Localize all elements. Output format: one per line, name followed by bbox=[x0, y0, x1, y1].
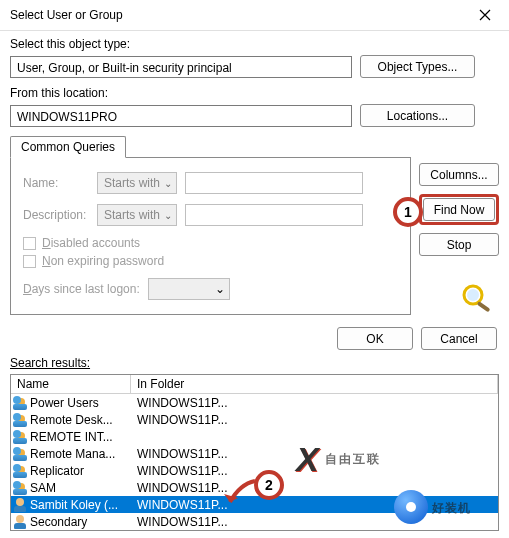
name-label: Name: bbox=[23, 176, 89, 190]
result-name: SAM bbox=[30, 481, 56, 495]
column-name[interactable]: Name bbox=[11, 375, 131, 393]
from-location-section: From this location: WINDOWS11PRO Locatio… bbox=[0, 80, 509, 129]
result-folder-cell: WINDOWS11P... bbox=[131, 481, 498, 495]
object-type-label: Select this object type: bbox=[10, 37, 499, 51]
svg-rect-1 bbox=[477, 301, 491, 312]
result-row[interactable]: ReplicatorWINDOWS11P... bbox=[11, 462, 498, 479]
chevron-down-icon: ⌄ bbox=[215, 282, 225, 296]
svg-point-2 bbox=[467, 289, 479, 301]
result-folder-cell: WINDOWS11P... bbox=[131, 413, 498, 427]
window-title: Select User or Group bbox=[10, 8, 123, 22]
result-row[interactable]: Power UsersWINDOWS11P... bbox=[11, 394, 498, 411]
result-name-cell: Power Users bbox=[11, 396, 131, 410]
result-row[interactable]: Sambit Koley (...WINDOWS11P... bbox=[11, 496, 498, 513]
search-decoration-icon bbox=[459, 283, 497, 313]
disabled-accounts-label: Disabled accounts bbox=[42, 236, 140, 250]
result-folder-cell: WINDOWS11P... bbox=[131, 498, 498, 512]
days-since-combo[interactable]: ⌄ bbox=[148, 278, 230, 300]
non-expiring-checkbox[interactable] bbox=[23, 255, 36, 268]
result-name-cell: Remote Desk... bbox=[11, 413, 131, 427]
chevron-down-icon: ⌄ bbox=[164, 178, 172, 189]
result-name: Remote Mana... bbox=[30, 447, 115, 461]
stop-button[interactable]: Stop bbox=[419, 233, 499, 256]
name-mode-value: Starts with bbox=[104, 176, 160, 190]
results-table: Name In Folder Power UsersWINDOWS11P...R… bbox=[10, 374, 499, 531]
result-name: Remote Desk... bbox=[30, 413, 113, 427]
group-icon bbox=[13, 464, 27, 478]
annotation-2: 2 bbox=[254, 470, 284, 500]
result-name: Power Users bbox=[30, 396, 99, 410]
result-row[interactable]: Remote Desk...WINDOWS11P... bbox=[11, 411, 498, 428]
non-expiring-label: Non expiring password bbox=[42, 254, 164, 268]
column-folder[interactable]: In Folder bbox=[131, 375, 498, 393]
group-icon bbox=[13, 430, 27, 444]
group-icon bbox=[13, 447, 27, 461]
find-now-button[interactable]: Find Now bbox=[423, 198, 495, 221]
result-folder-cell: WINDOWS11P... bbox=[131, 464, 498, 478]
description-mode-value: Starts with bbox=[104, 208, 160, 222]
annotation-1: 1 bbox=[393, 197, 423, 227]
result-name: REMOTE INT... bbox=[30, 430, 113, 444]
result-name-cell: REMOTE INT... bbox=[11, 430, 131, 444]
from-location-label: From this location: bbox=[10, 86, 499, 100]
user-icon bbox=[13, 515, 27, 529]
object-type-section: Select this object type: User, Group, or… bbox=[0, 31, 509, 80]
name-mode-combo[interactable]: Starts with ⌄ bbox=[97, 172, 177, 194]
chevron-down-icon: ⌄ bbox=[164, 210, 172, 221]
group-icon bbox=[13, 481, 27, 495]
result-folder-cell: WINDOWS11P... bbox=[131, 515, 498, 529]
close-button[interactable] bbox=[465, 2, 505, 28]
result-folder-cell: WINDOWS11P... bbox=[131, 447, 498, 461]
columns-button[interactable]: Columns... bbox=[419, 163, 499, 186]
result-name-cell: Secondary bbox=[11, 515, 131, 529]
disabled-accounts-checkbox[interactable] bbox=[23, 237, 36, 250]
result-row[interactable]: REMOTE INT... bbox=[11, 428, 498, 445]
group-icon bbox=[13, 396, 27, 410]
tab-strip: Common Queries bbox=[10, 135, 509, 157]
result-name: Sambit Koley (... bbox=[30, 498, 118, 512]
result-row[interactable]: SecondaryWINDOWS11P... bbox=[11, 513, 498, 530]
result-name-cell: Sambit Koley (... bbox=[11, 498, 131, 512]
description-mode-combo[interactable]: Starts with ⌄ bbox=[97, 204, 177, 226]
result-row[interactable]: Remote Mana...WINDOWS11P... bbox=[11, 445, 498, 462]
search-results-label: Search results: bbox=[0, 356, 509, 372]
close-icon bbox=[479, 9, 491, 21]
result-folder-cell: WINDOWS11P... bbox=[131, 396, 498, 410]
ok-button[interactable]: OK bbox=[337, 327, 413, 350]
titlebar: Select User or Group bbox=[0, 0, 509, 30]
locations-button[interactable]: Locations... bbox=[360, 104, 475, 127]
result-name: Secondary bbox=[30, 515, 87, 529]
result-name-cell: Remote Mana... bbox=[11, 447, 131, 461]
results-header: Name In Folder bbox=[11, 375, 498, 394]
cancel-button[interactable]: Cancel bbox=[421, 327, 497, 350]
common-queries-panel: Name: Starts with ⌄ Description: Starts … bbox=[10, 157, 411, 315]
tab-common-queries[interactable]: Common Queries bbox=[10, 136, 126, 158]
dialog-buttons: OK Cancel bbox=[0, 323, 509, 356]
side-buttons: Columns... Find Now Stop 1 bbox=[419, 157, 499, 315]
name-input[interactable] bbox=[185, 172, 363, 194]
results-body: Power UsersWINDOWS11P...Remote Desk...WI… bbox=[11, 394, 498, 530]
description-label: Description: bbox=[23, 208, 89, 222]
result-name-cell: SAM bbox=[11, 481, 131, 495]
days-since-label: Days since last logon: bbox=[23, 282, 140, 296]
object-type-field[interactable]: User, Group, or Built-in security princi… bbox=[10, 56, 352, 78]
description-input[interactable] bbox=[185, 204, 363, 226]
result-name-cell: Replicator bbox=[11, 464, 131, 478]
user-icon bbox=[13, 498, 27, 512]
from-location-field[interactable]: WINDOWS11PRO bbox=[10, 105, 352, 127]
result-name: Replicator bbox=[30, 464, 84, 478]
object-types-button[interactable]: Object Types... bbox=[360, 55, 475, 78]
group-icon bbox=[13, 413, 27, 427]
